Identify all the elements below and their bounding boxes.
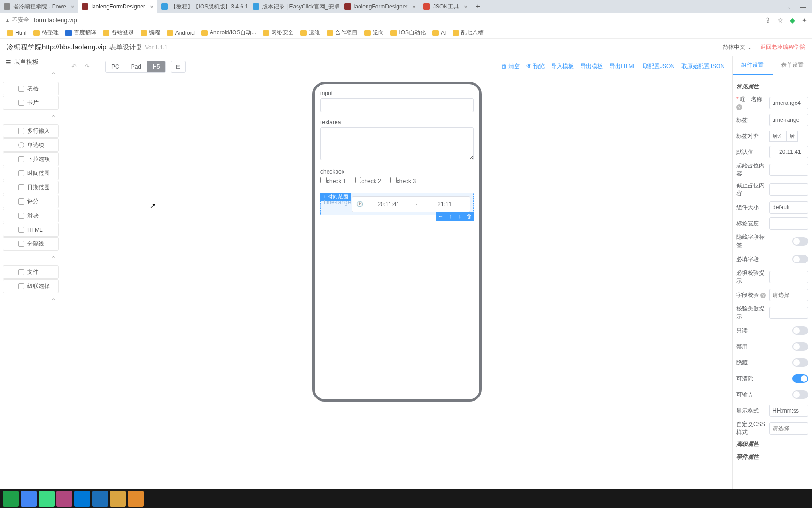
sidebar-collapse[interactable]: ⌃ [0, 251, 62, 265]
prop-start-placeholder[interactable] [769, 164, 808, 176]
action-clear[interactable]: 🗑 清空 [501, 63, 520, 71]
prop-size[interactable] [769, 201, 808, 214]
extensions-icon[interactable]: ✦ [802, 16, 807, 24]
form-row-timerange-selected[interactable]: + 时间范围 time-range 🕑 20:11:41 - 21:11 ← ↑… [320, 193, 474, 215]
sidebar-item-select[interactable]: 下拉选项 [3, 152, 59, 166]
sidebar-item-table[interactable]: 表格 [3, 82, 59, 95]
bookmark[interactable]: 编程 [141, 29, 160, 37]
bookmark[interactable]: Android/IOS自动... [201, 29, 256, 37]
form-row-textarea[interactable]: textarea [320, 119, 474, 162]
back-link[interactable]: 返回老冷编程学院 [760, 43, 805, 51]
prop-validator[interactable] [769, 289, 808, 301]
browser-tab[interactable]: laolengFormDesigner× [78, 0, 157, 13]
sidebar-item-textarea[interactable]: 多行输入 [3, 124, 59, 138]
sidebar-item-rate[interactable]: 评分 [3, 195, 59, 208]
input-field[interactable] [320, 98, 474, 112]
bookmark[interactable]: 运维 [300, 29, 320, 37]
sidebar-item-html[interactable]: HTML [3, 223, 59, 237]
browser-tab[interactable]: 【教程】【IOS脱机版】3.4.6.1...× [157, 0, 249, 13]
bookmark[interactable]: Html [7, 30, 27, 36]
share-icon[interactable]: ⇪ [765, 16, 771, 24]
sidebar-collapse[interactable]: ⌃ [0, 110, 62, 124]
switch-clearable[interactable] [792, 374, 808, 383]
help-icon[interactable]: ? [736, 104, 742, 110]
prop-label-align[interactable]: 居左居 [769, 131, 798, 142]
chevron-down-icon[interactable]: ⌄ [787, 3, 792, 10]
sidebar-item-file[interactable]: 文件 [3, 265, 59, 279]
move-down-icon[interactable]: ↓ [455, 212, 464, 221]
switch-required[interactable] [792, 255, 808, 263]
switch-hidden[interactable] [792, 358, 808, 367]
action-import[interactable]: 导入模板 [551, 63, 574, 71]
bookmark[interactable]: IOS自动化 [390, 29, 426, 37]
close-icon[interactable]: × [71, 3, 75, 10]
sidebar-item-slider[interactable]: 滑块 [3, 209, 59, 222]
seg-h5[interactable]: H5 [147, 61, 165, 72]
taskbar-app[interactable] [21, 491, 37, 507]
delete-icon[interactable]: 🗑 [464, 212, 474, 221]
form-row-checkbox[interactable]: checkbox check 1 check 2 check 3 [320, 168, 474, 186]
bookmark[interactable]: AI [432, 30, 446, 36]
sidebar-collapse[interactable]: ⌃ [0, 294, 62, 308]
bookmark[interactable]: 网络安全 [263, 29, 294, 37]
textarea-field[interactable] [320, 127, 474, 160]
close-icon[interactable]: × [150, 3, 154, 10]
sidebar-item-card[interactable]: 卡片 [3, 96, 59, 110]
tab-form-settings[interactable]: 表单设置 [773, 56, 812, 75]
browser-tab[interactable]: laolengFormDesigner× [341, 0, 420, 13]
bookmark[interactable]: 乱七八糟 [453, 29, 484, 37]
close-icon[interactable]: × [412, 3, 416, 10]
sidebar-item-timerange[interactable]: 时间范围 [3, 167, 59, 180]
sidebar-item-radio[interactable]: 单选项 [3, 138, 59, 152]
switch-readonly[interactable] [792, 326, 808, 335]
browser-tab[interactable]: 老冷编程学院 - Powe× [0, 0, 78, 13]
switch-hide-label[interactable] [792, 237, 808, 246]
seg-pc[interactable]: PC [106, 61, 125, 72]
new-tab-button[interactable]: + [471, 2, 485, 11]
action-exporthtml[interactable]: 导出HTML [609, 63, 636, 71]
action-export[interactable]: 导出模板 [580, 63, 603, 71]
prop-css[interactable] [769, 422, 808, 435]
evernote-icon[interactable]: ◆ [790, 16, 795, 24]
switch-disabled[interactable] [792, 342, 808, 351]
browser-tab[interactable]: JSON工具× [420, 0, 471, 13]
star-icon[interactable]: ☆ [777, 16, 783, 24]
time-start[interactable]: 20:11:41 [367, 201, 410, 207]
prop-format[interactable] [769, 405, 808, 417]
browser-tab[interactable]: 版本记录 | EasyClick官网_安卓...× [249, 0, 341, 13]
minimize-icon[interactable]: — [800, 3, 806, 10]
taskbar-app[interactable] [128, 491, 144, 507]
bookmark[interactable]: Android [167, 30, 195, 36]
action-getrawjson[interactable]: 取原始配置JSON [681, 63, 725, 71]
seg-pad[interactable]: Pad [125, 61, 147, 72]
bookmark[interactable]: 逆向 [364, 29, 384, 37]
language-selector[interactable]: 简体中文 ⌄ [723, 43, 752, 51]
move-left-icon[interactable]: ← [436, 212, 445, 221]
prop-required-msg[interactable] [769, 271, 808, 283]
help-icon[interactable]: ? [760, 293, 766, 298]
bookmark[interactable]: 合作项目 [327, 29, 358, 37]
node-tree-button[interactable]: ⊟ [171, 61, 186, 73]
time-end[interactable]: 21:11 [423, 201, 467, 207]
bookmark[interactable]: 百度翻译 [65, 29, 96, 37]
bookmark[interactable]: 待整理 [33, 29, 59, 37]
close-icon[interactable]: × [464, 3, 468, 10]
sidebar-item-daterange[interactable]: 日期范围 [3, 181, 59, 194]
redo-icon[interactable]: ↷ [83, 63, 91, 71]
prop-fail-msg[interactable] [769, 307, 808, 319]
prop-end-placeholder[interactable] [769, 183, 808, 196]
taskbar-app[interactable] [92, 491, 108, 507]
taskbar-app[interactable] [56, 491, 72, 507]
checkbox-option[interactable]: check 2 [355, 177, 381, 184]
bookmark[interactable]: 各站登录 [103, 29, 134, 37]
action-getjson[interactable]: 取配置JSON [643, 63, 675, 71]
prop-label[interactable] [769, 114, 808, 126]
prop-label-width[interactable] [769, 217, 808, 230]
action-preview[interactable]: 👁 预览 [526, 63, 545, 71]
taskbar-app[interactable] [39, 491, 55, 507]
sidebar-item-divider[interactable]: 分隔线 [3, 237, 59, 251]
prop-unique-name[interactable] [769, 97, 808, 109]
taskbar-app[interactable] [3, 491, 19, 507]
form-row-input[interactable]: input [320, 90, 474, 112]
taskbar-app[interactable] [74, 491, 90, 507]
